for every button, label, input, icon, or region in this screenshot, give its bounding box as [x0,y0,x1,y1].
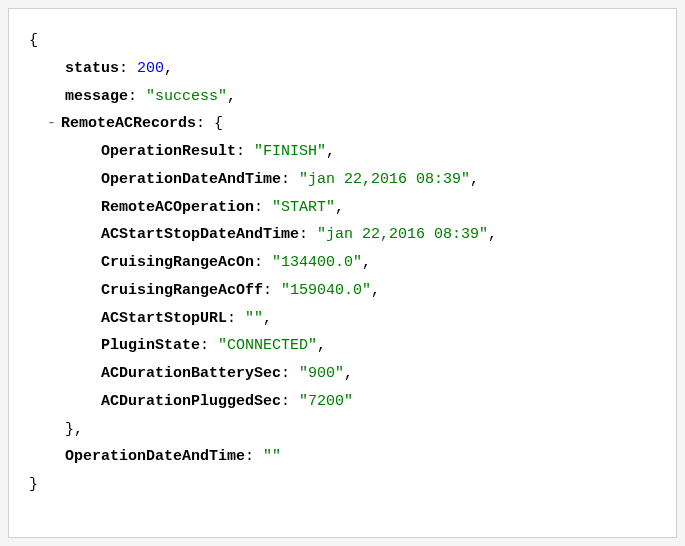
ac-duration-plugged-line: ACDurationPluggedSec: "7200" [29,388,656,416]
remote-ac-records-key: RemoteACRecords [61,115,196,132]
open-brace: { [29,27,656,55]
cruising-range-off-key: CruisingRangeAcOff [101,282,263,299]
plugin-state-line: PluginState: "CONNECTED", [29,332,656,360]
ac-start-stop-url-key: ACStartStopURL [101,310,227,327]
operation-date-value: "jan 22,2016 08:39" [299,171,470,188]
operation-date-key: OperationDateAndTime [101,171,281,188]
cruising-range-off-line: CruisingRangeAcOff: "159040.0", [29,277,656,305]
ac-duration-plugged-value: "7200" [299,393,353,410]
outer-operation-date-key: OperationDateAndTime [65,448,245,465]
outer-operation-date-line: OperationDateAndTime: "" [29,443,656,471]
remote-ac-operation-key: RemoteACOperation [101,199,254,216]
ac-duration-battery-value: "900" [299,365,344,382]
ac-start-stop-date-value: "jan 22,2016 08:39" [317,226,488,243]
operation-result-value: "FINISH" [254,143,326,160]
status-line: status: 200, [29,55,656,83]
inner-close-brace: }, [29,416,656,444]
ac-start-stop-url-value: "" [245,310,263,327]
ac-duration-battery-key: ACDurationBatterySec [101,365,281,382]
ac-start-stop-date-key: ACStartStopDateAndTime [101,226,299,243]
remote-ac-operation-value: "START" [272,199,335,216]
message-value: "success" [146,88,227,105]
cruising-range-on-value: "134400.0" [272,254,362,271]
close-brace: } [29,471,656,499]
json-viewer: { status: 200, message: "success", -Remo… [8,8,677,538]
plugin-state-value: "CONNECTED" [218,337,317,354]
ac-start-stop-url-line: ACStartStopURL: "", [29,305,656,333]
message-key: message [65,88,128,105]
ac-duration-battery-line: ACDurationBatterySec: "900", [29,360,656,388]
outer-operation-date-value: "" [263,448,281,465]
ac-duration-plugged-key: ACDurationPluggedSec [101,393,281,410]
operation-result-line: OperationResult: "FINISH", [29,138,656,166]
status-key: status [65,60,119,77]
status-value: 200 [137,60,164,77]
cruising-range-on-line: CruisingRangeAcOn: "134400.0", [29,249,656,277]
ac-start-stop-date-line: ACStartStopDateAndTime: "jan 22,2016 08:… [29,221,656,249]
operation-result-key: OperationResult [101,143,236,160]
cruising-range-off-value: "159040.0" [281,282,371,299]
plugin-state-key: PluginState [101,337,200,354]
collapse-toggle-icon[interactable]: - [47,110,61,138]
remote-ac-operation-line: RemoteACOperation: "START", [29,194,656,222]
message-line: message: "success", [29,83,656,111]
operation-date-line: OperationDateAndTime: "jan 22,2016 08:39… [29,166,656,194]
remote-ac-records-line: -RemoteACRecords: { [29,110,656,138]
cruising-range-on-key: CruisingRangeAcOn [101,254,254,271]
